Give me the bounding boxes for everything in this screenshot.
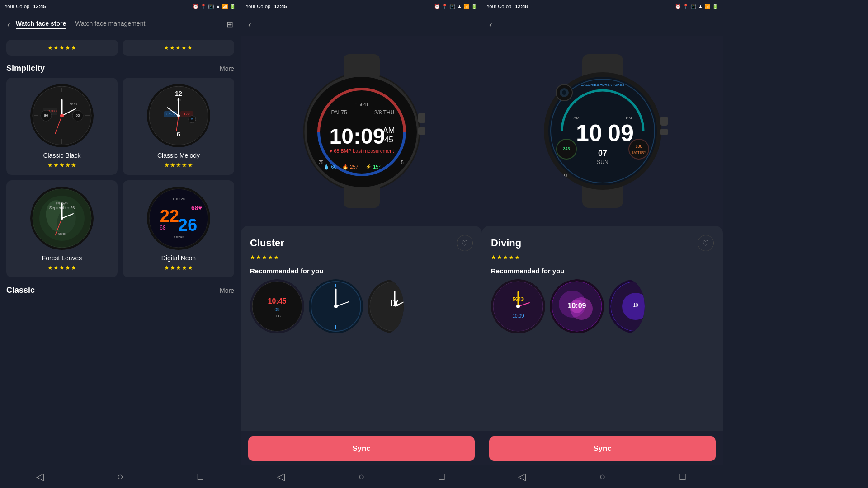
cluster-detail-info: Cluster ♡ ★★★★★ Recommended for you 10:4… xyxy=(241,226,482,431)
top-star-card-2[interactable]: ★★★★★ xyxy=(123,40,234,56)
bottom-nav-1: ◁ ○ □ xyxy=(0,465,241,488)
diving-rec-watch-1[interactable]: 5643 10:09 xyxy=(491,279,545,333)
top-star-cards: ★★★★★ ★★★★★ xyxy=(6,40,234,56)
header-tabs-1: Watch face store Watch face management xyxy=(16,20,226,29)
panel-1: Your Co-op 12:45 ⏰ 📍 📳 ▲ 📶 🔋 ‹ Watch fac… xyxy=(0,0,241,488)
back-button-1[interactable]: ‹ xyxy=(7,19,10,30)
svg-rect-55 xyxy=(418,113,425,123)
simplicity-more[interactable]: More xyxy=(220,65,234,72)
svg-text:⚙: ⚙ xyxy=(563,173,567,178)
panel-header-3: ‹ xyxy=(482,13,723,36)
svg-point-106 xyxy=(629,139,649,159)
diving-sync-button[interactable]: Sync xyxy=(489,436,716,461)
top-stars-2: ★★★★★ xyxy=(164,44,193,51)
svg-text:10:09: 10:09 xyxy=(512,314,524,319)
cluster-watch-image: PAI 75 2/8 THU ↑ 5641 10:09 AM 45 ♥ 68 B… xyxy=(285,54,439,208)
svg-text:↑ 5641: ↑ 5641 xyxy=(354,102,368,107)
tab-watch-face-management[interactable]: Watch face management xyxy=(75,20,145,29)
svg-text:6: 6 xyxy=(177,131,180,138)
watch-face-classic-melody: 12 TUE 3620 172 5 6 xyxy=(147,84,210,147)
classic-more[interactable]: More xyxy=(220,287,234,294)
cluster-recommended-label: Recommended for you xyxy=(250,267,473,275)
status-icons-2: ⏰ 📍 📳 ▲ 📶 🔋 xyxy=(434,4,477,9)
svg-point-115 xyxy=(516,305,520,308)
svg-text:07: 07 xyxy=(598,149,607,158)
tab-watch-face-store[interactable]: Watch face store xyxy=(16,20,66,29)
app-name-2: Your Co-op xyxy=(245,4,270,9)
svg-text:⚡ 15°: ⚡ 15° xyxy=(365,164,381,170)
watch-stars-classic-black: ★★★★★ xyxy=(47,162,77,169)
nav-home-2[interactable]: ○ xyxy=(352,468,370,486)
diving-rec-watch-3[interactable]: 10 xyxy=(609,279,645,333)
diving-watch-image: CALORIES ADVENTURES 10 09 AM PM 07 SUN 3… xyxy=(526,54,679,208)
svg-text:BATTERY: BATTERY xyxy=(632,151,646,154)
status-icons-1: ⏰ 📍 📳 ▲ 📶 🔋 xyxy=(193,4,236,9)
svg-point-12 xyxy=(60,114,64,117)
svg-text:SUN: SUN xyxy=(597,159,608,165)
svg-text:3620: 3620 xyxy=(166,112,175,116)
watch-name-classic-melody: Classic Melody xyxy=(157,152,200,159)
nav-home-3[interactable]: ○ xyxy=(593,468,611,486)
nav-back-2[interactable]: ◁ xyxy=(272,468,290,486)
svg-text:80: 80 xyxy=(44,113,48,117)
simplicity-section-header: Simplicity More xyxy=(6,64,234,73)
svg-text:🔥 257: 🔥 257 xyxy=(342,164,358,170)
svg-point-79 xyxy=(334,305,338,308)
diving-heart-button[interactable]: ♡ xyxy=(698,235,714,251)
simplicity-watch-grid: THU 08 5678 80 xyxy=(6,78,234,277)
cluster-title: Cluster xyxy=(250,237,284,249)
watch-face-forest-leaves: FRIDAY September 26 6890 xyxy=(30,187,94,250)
watch-preview-diving: CALORIES ADVENTURES 10 09 AM PM 07 SUN 3… xyxy=(482,36,723,226)
nav-recent-3[interactable]: □ xyxy=(674,468,692,486)
nav-back-1[interactable]: ◁ xyxy=(31,468,49,486)
watch-card-digital-neon[interactable]: THU 28 22 26 68♥ 68 ↑ 6243 Digital Neon xyxy=(123,180,234,277)
svg-text:75: 75 xyxy=(318,160,324,165)
top-stars-1: ★★★★★ xyxy=(47,44,77,51)
watch-stars-forest-leaves: ★★★★★ xyxy=(47,264,77,271)
nav-recent-2[interactable]: □ xyxy=(433,468,451,486)
watch-card-forest-leaves[interactable]: FRIDAY September 26 6890 Forest Leaves ★… xyxy=(6,180,118,277)
app-name-1: Your Co-op xyxy=(5,4,29,9)
panel-2: Your Co-op 12:45 ⏰ 📍 📳 ▲ 📶 🔋 ‹ xyxy=(241,0,482,488)
rec-watch-2[interactable] xyxy=(309,279,363,333)
watch-card-classic-black[interactable]: THU 08 5678 80 xyxy=(6,78,118,175)
svg-text:100: 100 xyxy=(635,144,642,149)
cluster-heart-button[interactable]: ♡ xyxy=(457,235,473,251)
watch-card-classic-melody[interactable]: 12 TUE 3620 172 5 6 xyxy=(123,78,234,175)
rec-watch-1[interactable]: 10:45 09 FEB xyxy=(250,279,304,333)
watch-stars-classic-melody: ★★★★★ xyxy=(164,162,193,169)
svg-text:45: 45 xyxy=(384,135,393,144)
grid-icon[interactable]: ⊞ xyxy=(226,19,233,29)
time-3: 12:48 xyxy=(515,4,528,9)
cluster-title-row: Cluster ♡ xyxy=(250,235,473,251)
nav-back-3[interactable]: ◁ xyxy=(513,468,531,486)
svg-rect-53 xyxy=(344,54,380,80)
diving-rec-watch-2[interactable]: 10:09 xyxy=(550,279,604,333)
back-button-3[interactable]: ‹ xyxy=(489,19,492,30)
svg-text:10:45: 10:45 xyxy=(268,297,287,305)
nav-recent-1[interactable]: □ xyxy=(191,468,209,486)
watch-name-classic-black: Classic Black xyxy=(43,152,80,159)
classic-section-header: Classic More xyxy=(6,286,234,295)
svg-text:6890: 6890 xyxy=(58,232,66,236)
diving-title: Diving xyxy=(491,237,521,249)
diving-recommended-watches: 5643 10:09 10:09 xyxy=(491,279,714,422)
top-star-card-1[interactable]: ★★★★★ xyxy=(6,40,118,56)
rec-watch-3[interactable]: IX xyxy=(368,279,404,333)
status-bar-3: Your Co-op 12:48 ⏰ 📍 📳 ▲ 📶 🔋 xyxy=(482,0,723,13)
panel-header-1: ‹ Watch face store Watch face management… xyxy=(0,13,241,36)
cluster-recommended-watches: 10:45 09 FEB xyxy=(250,279,473,422)
bottom-nav-2: ◁ ○ □ xyxy=(241,465,482,488)
svg-text:22: 22 xyxy=(160,206,179,225)
svg-text:10: 10 xyxy=(576,120,602,146)
nav-home-1[interactable]: ○ xyxy=(111,468,129,486)
panel-content-1: ★★★★★ ★★★★★ Simplicity More xyxy=(0,36,241,465)
svg-text:♥ 68 BMP  Last measurement: ♥ 68 BMP Last measurement xyxy=(329,148,394,154)
svg-text:PAI  75: PAI 75 xyxy=(331,109,347,116)
panel-3: Your Co-op 12:48 ⏰ 📍 📳 ▲ 📶 🔋 ‹ xyxy=(482,0,723,488)
svg-rect-90 xyxy=(660,117,668,126)
diving-recommended-label: Recommended for you xyxy=(491,267,714,275)
back-button-2[interactable]: ‹ xyxy=(248,19,251,30)
cluster-sync-button[interactable]: Sync xyxy=(248,436,475,461)
time-1: 12:45 xyxy=(33,4,46,9)
